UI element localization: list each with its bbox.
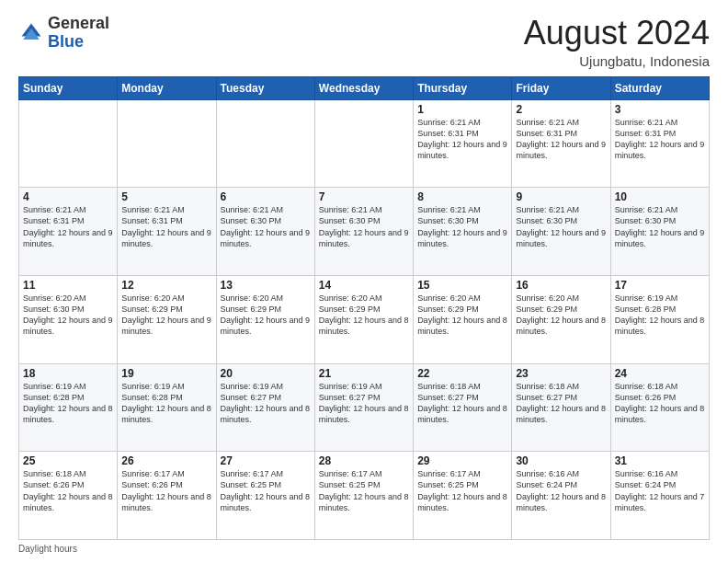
day-info: Sunrise: 6:18 AM Sunset: 6:26 PM Dayligh… — [23, 468, 113, 513]
day-number: 13 — [221, 279, 311, 292]
day-info: Sunrise: 6:20 AM Sunset: 6:29 PM Dayligh… — [121, 293, 211, 338]
calendar-week-row: 11Sunrise: 6:20 AM Sunset: 6:30 PM Dayli… — [19, 275, 710, 363]
calendar-day-cell: 4Sunrise: 6:21 AM Sunset: 6:31 PM Daylig… — [19, 188, 118, 276]
day-number: 2 — [516, 103, 606, 116]
calendar-day-cell: 30Sunrise: 6:16 AM Sunset: 6:24 PM Dayli… — [512, 452, 610, 540]
calendar-day-cell: 23Sunrise: 6:18 AM Sunset: 6:27 PM Dayli… — [512, 363, 610, 452]
day-number: 5 — [121, 190, 211, 203]
day-info: Sunrise: 6:17 AM Sunset: 6:25 PM Dayligh… — [417, 468, 507, 513]
calendar-day-header: Friday — [512, 76, 610, 99]
day-info: Sunrise: 6:21 AM Sunset: 6:30 PM Dayligh… — [319, 204, 409, 249]
calendar-day-cell: 29Sunrise: 6:17 AM Sunset: 6:25 PM Dayli… — [414, 452, 512, 540]
day-info: Sunrise: 6:16 AM Sunset: 6:24 PM Dayligh… — [516, 468, 606, 513]
logo: General Blue — [18, 15, 109, 52]
day-number: 30 — [516, 454, 606, 467]
calendar-day-cell: 31Sunrise: 6:16 AM Sunset: 6:24 PM Dayli… — [610, 452, 709, 540]
calendar-day-cell: 24Sunrise: 6:18 AM Sunset: 6:26 PM Dayli… — [610, 363, 709, 452]
calendar-day-cell: 11Sunrise: 6:20 AM Sunset: 6:30 PM Dayli… — [19, 275, 118, 363]
day-info: Sunrise: 6:19 AM Sunset: 6:27 PM Dayligh… — [319, 381, 409, 426]
calendar-day-header: Wednesday — [314, 76, 413, 99]
day-info: Sunrise: 6:19 AM Sunset: 6:28 PM Dayligh… — [23, 381, 113, 426]
calendar-day-cell: 25Sunrise: 6:18 AM Sunset: 6:26 PM Dayli… — [19, 452, 118, 540]
day-number: 14 — [319, 279, 409, 292]
day-number: 21 — [319, 367, 409, 380]
calendar-day-cell: 10Sunrise: 6:21 AM Sunset: 6:30 PM Dayli… — [610, 188, 709, 276]
daylight-label: Daylight hours — [18, 544, 77, 554]
calendar-day-cell: 6Sunrise: 6:21 AM Sunset: 6:30 PM Daylig… — [216, 188, 314, 276]
day-number: 17 — [615, 279, 705, 292]
calendar-day-cell: 18Sunrise: 6:19 AM Sunset: 6:28 PM Dayli… — [19, 363, 118, 452]
day-info: Sunrise: 6:16 AM Sunset: 6:24 PM Dayligh… — [615, 468, 705, 513]
calendar-day-cell: 28Sunrise: 6:17 AM Sunset: 6:25 PM Dayli… — [314, 452, 413, 540]
day-number: 3 — [615, 103, 705, 116]
calendar-week-row: 25Sunrise: 6:18 AM Sunset: 6:26 PM Dayli… — [19, 452, 710, 540]
day-number: 22 — [417, 367, 507, 380]
day-number: 26 — [121, 454, 211, 467]
day-number: 31 — [615, 454, 705, 467]
day-number: 7 — [319, 190, 409, 203]
calendar-day-cell: 15Sunrise: 6:20 AM Sunset: 6:29 PM Dayli… — [414, 275, 512, 363]
day-number: 28 — [319, 454, 409, 467]
month-year-title: August 2024 — [524, 15, 710, 52]
day-info: Sunrise: 6:21 AM Sunset: 6:30 PM Dayligh… — [516, 204, 606, 249]
day-number: 4 — [23, 190, 113, 203]
calendar-table: SundayMondayTuesdayWednesdayThursdayFrid… — [18, 76, 710, 540]
calendar-day-cell: 14Sunrise: 6:20 AM Sunset: 6:29 PM Dayli… — [314, 275, 413, 363]
calendar-day-cell: 5Sunrise: 6:21 AM Sunset: 6:31 PM Daylig… — [118, 188, 216, 276]
title-block: August 2024 Ujungbatu, Indonesia — [524, 15, 710, 69]
day-number: 1 — [417, 103, 507, 116]
calendar-day-header: Saturday — [610, 76, 709, 99]
day-info: Sunrise: 6:21 AM Sunset: 6:31 PM Dayligh… — [615, 117, 705, 162]
calendar-day-cell: 13Sunrise: 6:20 AM Sunset: 6:29 PM Dayli… — [216, 275, 314, 363]
day-info: Sunrise: 6:17 AM Sunset: 6:25 PM Dayligh… — [221, 468, 311, 513]
day-info: Sunrise: 6:21 AM Sunset: 6:30 PM Dayligh… — [417, 204, 507, 249]
calendar-day-cell: 21Sunrise: 6:19 AM Sunset: 6:27 PM Dayli… — [314, 363, 413, 452]
day-number: 19 — [121, 367, 211, 380]
day-info: Sunrise: 6:20 AM Sunset: 6:29 PM Dayligh… — [516, 293, 606, 338]
calendar-day-cell — [118, 99, 216, 188]
day-info: Sunrise: 6:21 AM Sunset: 6:31 PM Dayligh… — [121, 204, 211, 249]
calendar-day-cell: 1Sunrise: 6:21 AM Sunset: 6:31 PM Daylig… — [414, 99, 512, 188]
day-info: Sunrise: 6:19 AM Sunset: 6:28 PM Dayligh… — [121, 381, 211, 426]
day-info: Sunrise: 6:17 AM Sunset: 6:25 PM Dayligh… — [319, 468, 409, 513]
day-number: 12 — [121, 279, 211, 292]
calendar-day-cell: 16Sunrise: 6:20 AM Sunset: 6:29 PM Dayli… — [512, 275, 610, 363]
day-info: Sunrise: 6:21 AM Sunset: 6:30 PM Dayligh… — [615, 204, 705, 249]
calendar-day-cell: 17Sunrise: 6:19 AM Sunset: 6:28 PM Dayli… — [610, 275, 709, 363]
header: General Blue August 2024 Ujungbatu, Indo… — [18, 15, 710, 69]
day-info: Sunrise: 6:21 AM Sunset: 6:30 PM Dayligh… — [221, 204, 311, 249]
day-number: 18 — [23, 367, 113, 380]
logo-general: General — [48, 14, 109, 32]
day-info: Sunrise: 6:19 AM Sunset: 6:28 PM Dayligh… — [615, 293, 705, 338]
calendar-day-cell: 3Sunrise: 6:21 AM Sunset: 6:31 PM Daylig… — [610, 99, 709, 188]
calendar-day-header: Sunday — [19, 76, 118, 99]
day-info: Sunrise: 6:20 AM Sunset: 6:29 PM Dayligh… — [319, 293, 409, 338]
day-number: 15 — [417, 279, 507, 292]
day-number: 29 — [417, 454, 507, 467]
calendar-day-cell: 8Sunrise: 6:21 AM Sunset: 6:30 PM Daylig… — [414, 188, 512, 276]
calendar-header-row: SundayMondayTuesdayWednesdayThursdayFrid… — [19, 76, 710, 99]
calendar-day-cell: 12Sunrise: 6:20 AM Sunset: 6:29 PM Dayli… — [118, 275, 216, 363]
calendar-day-header: Thursday — [414, 76, 512, 99]
calendar-day-cell: 27Sunrise: 6:17 AM Sunset: 6:25 PM Dayli… — [216, 452, 314, 540]
day-number: 6 — [221, 190, 311, 203]
day-info: Sunrise: 6:18 AM Sunset: 6:27 PM Dayligh… — [417, 381, 507, 426]
page: General Blue August 2024 Ujungbatu, Indo… — [0, 0, 728, 563]
day-info: Sunrise: 6:20 AM Sunset: 6:30 PM Dayligh… — [23, 293, 113, 338]
logo-icon — [18, 20, 44, 46]
calendar-day-cell: 26Sunrise: 6:17 AM Sunset: 6:26 PM Dayli… — [118, 452, 216, 540]
day-number: 11 — [23, 279, 113, 292]
calendar-week-row: 18Sunrise: 6:19 AM Sunset: 6:28 PM Dayli… — [19, 363, 710, 452]
day-info: Sunrise: 6:21 AM Sunset: 6:31 PM Dayligh… — [516, 117, 606, 162]
day-number: 10 — [615, 190, 705, 203]
day-info: Sunrise: 6:20 AM Sunset: 6:29 PM Dayligh… — [417, 293, 507, 338]
day-number: 8 — [417, 190, 507, 203]
day-info: Sunrise: 6:20 AM Sunset: 6:29 PM Dayligh… — [221, 293, 311, 338]
calendar-day-cell: 19Sunrise: 6:19 AM Sunset: 6:28 PM Dayli… — [118, 363, 216, 452]
calendar-day-header: Monday — [118, 76, 216, 99]
day-number: 9 — [516, 190, 606, 203]
calendar-day-cell — [314, 99, 413, 188]
location-title: Ujungbatu, Indonesia — [524, 53, 710, 69]
calendar-day-cell: 7Sunrise: 6:21 AM Sunset: 6:30 PM Daylig… — [314, 188, 413, 276]
day-number: 23 — [516, 367, 606, 380]
